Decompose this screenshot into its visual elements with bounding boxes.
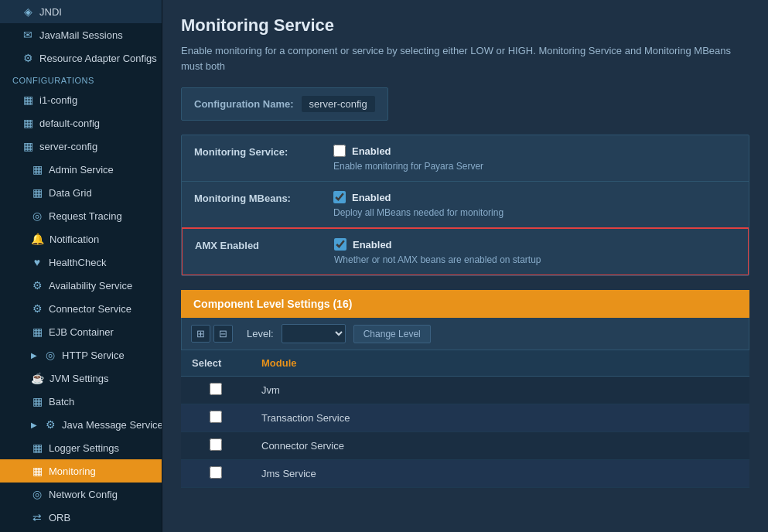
table-row: Jms Service	[181, 460, 749, 488]
sidebar-item-request-tracing[interactable]: ◎Request Tracing	[0, 204, 162, 227]
sidebar-icon-orb: ⇄	[31, 511, 43, 523]
sidebar-label-monitoring: Monitoring	[49, 466, 96, 477]
sidebar-icon-resource-adapter: ⚙	[22, 52, 34, 64]
monitoring-mbeans-row: Monitoring MBeans: Enabled Deploy all MB…	[182, 182, 749, 228]
level-select[interactable]: LOW HIGH OFF	[282, 324, 346, 343]
sidebar-icon-monitoring: ▦	[31, 465, 43, 477]
sidebar-item-resource-adapter[interactable]: ⚙Resource Adapter Configs	[0, 46, 162, 70]
sidebar-label-jvm-settings: JVM Settings	[49, 373, 109, 384]
sidebar-label-connector-service: Connector Service	[49, 303, 131, 315]
module-name-1: Transaction Service	[251, 404, 749, 432]
sidebar-item-monitoring[interactable]: ▦Monitoring	[0, 459, 162, 483]
toolbar-icons: ⊞ ⊟	[191, 325, 233, 343]
config-name-label: Configuration Name:	[194, 98, 294, 110]
table-row: Jvm	[181, 377, 749, 404]
sidebar-label-request-tracing: Request Tracing	[49, 210, 122, 222]
sidebar-label-jndi: JNDI	[39, 6, 62, 18]
amx-row: AMX Enabled Enabled Whether or not AMX b…	[181, 227, 749, 276]
amx-desc: Whether or not AMX beans are enabled on …	[334, 254, 736, 265]
sidebar-label-http-service: HTTP Service	[62, 350, 125, 361]
sidebar: ◈JNDI✉JavaMail Sessions⚙Resource Adapter…	[0, 0, 162, 532]
sidebar-item-orb[interactable]: ⇄ORB	[0, 506, 162, 529]
sidebar-label-resource-adapter: Resource Adapter Configs	[39, 53, 157, 64]
module-checkbox-3[interactable]	[210, 466, 222, 479]
sidebar-icon-connector-service: ⚙	[31, 302, 43, 315]
sidebar-item-default-config[interactable]: ▦default-config	[0, 111, 162, 135]
sidebar-item-healthcheck[interactable]: ♥HealthCheck	[0, 251, 162, 274]
sidebar-item-admin-service[interactable]: ▦Admin Service	[0, 158, 162, 181]
sidebar-item-security[interactable]: 🔒Security	[0, 529, 162, 532]
sidebar-icon-network-config: ◎	[31, 488, 43, 500]
amx-enabled-text: Enabled	[353, 239, 392, 251]
monitoring-service-row: Monitoring Service: Enabled Enable monit…	[182, 135, 749, 182]
sidebar-section-configurations: Configurations	[0, 70, 162, 88]
sidebar-item-data-grid[interactable]: ▦Data Grid	[0, 181, 162, 204]
sidebar-icon-jvm-settings: ☕	[31, 372, 44, 384]
sidebar-icon-default-config: ▦	[22, 117, 34, 129]
monitoring-service-enabled-text: Enabled	[352, 145, 391, 157]
sidebar-item-batch[interactable]: ▦Batch	[0, 390, 162, 413]
page-title: Monitoring Service	[181, 15, 749, 36]
change-level-button[interactable]: Change Level	[353, 325, 431, 343]
module-checkbox-1[interactable]	[210, 411, 222, 423]
sidebar-icon-jndi: ◈	[22, 5, 34, 18]
sidebar-icon-request-tracing: ◎	[31, 210, 43, 222]
sidebar-label-javamail: JavaMail Sessions	[39, 29, 123, 41]
sidebar-icon-notification: 🔔	[31, 233, 44, 245]
monitoring-form: Monitoring Service: Enabled Enable monit…	[181, 135, 749, 276]
component-toolbar: ⊞ ⊟ Level: LOW HIGH OFF Change Level	[181, 318, 749, 350]
sidebar-icon-data-grid: ▦	[31, 186, 43, 199]
sidebar-item-connector-service[interactable]: ⚙Connector Service	[0, 297, 162, 320]
sidebar-label-notification: Notification	[49, 234, 99, 245]
sidebar-icon-i1-config: ▦	[22, 94, 34, 106]
sidebar-label-server-config: server-config	[39, 141, 97, 152]
sidebar-label-ejb-container: EJB Container	[49, 326, 114, 338]
sidebar-item-network-config[interactable]: ◎Network Config	[0, 483, 162, 506]
level-label: Level:	[247, 328, 274, 339]
sidebar-label-orb: ORB	[49, 512, 70, 523]
sidebar-icon-batch: ▦	[31, 395, 43, 408]
sidebar-item-jndi[interactable]: ◈JNDI	[0, 0, 162, 23]
monitoring-mbeans-desc: Deploy all MBeans needed for monitoring	[333, 207, 736, 218]
sidebar-item-notification[interactable]: 🔔Notification	[0, 227, 162, 251]
sidebar-label-healthcheck: HealthCheck	[49, 257, 106, 268]
monitoring-mbeans-checkbox[interactable]	[333, 191, 346, 203]
component-settings-header: Component Level Settings (16)	[181, 290, 749, 318]
module-name-0: Jvm	[251, 377, 749, 404]
sidebar-label-data-grid: Data Grid	[49, 187, 92, 199]
sidebar-item-javamail[interactable]: ✉JavaMail Sessions	[0, 23, 162, 46]
sidebar-label-admin-service: Admin Service	[49, 164, 114, 176]
sidebar-item-jms[interactable]: ▶⚙Java Message Service	[0, 413, 162, 436]
sidebar-item-logger-settings[interactable]: ▦Logger Settings	[0, 436, 162, 459]
module-name-3: Jms Service	[251, 460, 749, 488]
amx-checkbox[interactable]	[334, 238, 346, 251]
toolbar-icon-btn-1[interactable]: ⊞	[191, 325, 210, 343]
sidebar-label-jms: Java Message Service	[62, 419, 162, 431]
amx-value: Enabled Whether or not AMX beans are ena…	[334, 238, 736, 265]
sidebar-item-jvm-settings[interactable]: ☕JVM Settings	[0, 367, 162, 390]
table-row: Connector Service	[181, 432, 749, 460]
module-name-2: Connector Service	[251, 432, 749, 460]
module-checkbox-2[interactable]	[210, 438, 222, 451]
toolbar-icon-btn-2[interactable]: ⊟	[213, 325, 233, 343]
main-content: Monitoring Service Enable monitoring for…	[162, 0, 768, 532]
sidebar-item-availability-service[interactable]: ⚙Availability Service	[0, 274, 162, 297]
sidebar-item-ejb-container[interactable]: ▦EJB Container	[0, 320, 162, 343]
sidebar-icon-ejb-container: ▦	[31, 326, 43, 338]
sidebar-item-server-config[interactable]: ▦server-config	[0, 135, 162, 158]
sidebar-label-network-config: Network Config	[49, 489, 118, 500]
config-name-row: Configuration Name: server-config	[181, 87, 388, 121]
monitoring-mbeans-value: Enabled Deploy all MBeans needed for mon…	[333, 191, 736, 218]
module-checkbox-0[interactable]	[210, 383, 222, 395]
page-description: Enable monitoring for a component or ser…	[181, 43, 749, 73]
sidebar-item-i1-config[interactable]: ▦i1-config	[0, 88, 162, 111]
sidebar-item-http-service[interactable]: ▶◎HTTP Service	[0, 343, 162, 367]
sidebar-label-availability-service: Availability Service	[49, 280, 132, 292]
monitoring-service-value: Enabled Enable monitoring for Payara Ser…	[333, 145, 736, 172]
monitoring-service-checkbox[interactable]	[333, 145, 346, 157]
sidebar-label-default-config: default-config	[39, 118, 100, 129]
arrow-icon: ▶	[31, 351, 37, 360]
monitoring-service-label: Monitoring Service:	[194, 145, 333, 158]
sidebar-icon-server-config: ▦	[22, 140, 34, 152]
sidebar-label-batch: Batch	[49, 396, 74, 408]
